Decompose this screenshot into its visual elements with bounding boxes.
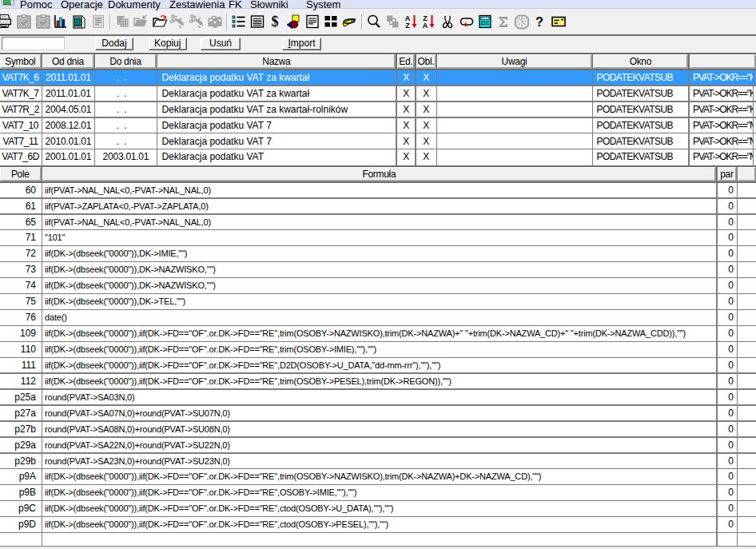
svg-text:?: ? [535,14,543,29]
svg-text:$: $ [272,14,279,30]
svg-text:Z: Z [423,14,428,22]
svg-text:A: A [405,14,411,22]
svg-text:Z: Z [405,22,410,30]
svg-text:A: A [423,22,428,30]
